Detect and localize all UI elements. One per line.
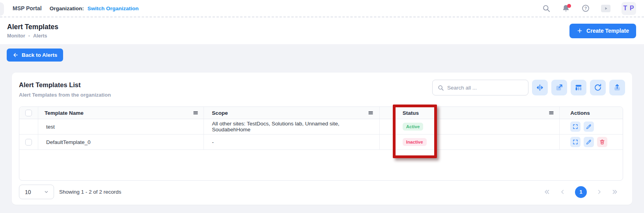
table-header-row: Template Name Scope Status Actions	[19, 107, 623, 119]
refresh-button[interactable]	[590, 80, 606, 95]
breadcrumb-parent: Monitor	[7, 33, 25, 39]
expand-row-button[interactable]	[570, 137, 581, 147]
create-template-label: Create Template	[586, 28, 629, 34]
double-chevron-left-icon	[543, 189, 550, 195]
column-label-status: Status	[403, 110, 419, 116]
table-toolbar	[432, 80, 625, 95]
breadcrumb-current: Alerts	[33, 33, 47, 39]
delete-row-button[interactable]	[597, 137, 607, 147]
cell-scope: -	[204, 135, 379, 149]
column-resize-icon	[536, 83, 544, 92]
page-header: Alert Templates Monitor - Alerts Create …	[0, 17, 644, 44]
column-label-scope: Scope	[212, 110, 228, 116]
alert-templates-table: Template Name Scope Status Actions test …	[19, 106, 623, 181]
notifications-bell-icon[interactable]	[562, 4, 570, 13]
video-tutorial-icon[interactable]	[601, 5, 610, 12]
edit-row-button[interactable]	[584, 137, 594, 147]
cell-template-name: test	[38, 119, 204, 134]
column-menu-icon[interactable]	[368, 110, 374, 116]
header-checkbox-cell	[19, 107, 38, 119]
row-checkbox-cell	[19, 135, 38, 149]
column-resize-button[interactable]	[532, 80, 548, 95]
card-header: Alert Templates List Alert Templates fro…	[19, 80, 625, 98]
search-icon[interactable]	[542, 4, 551, 13]
header-scope: Scope	[204, 107, 379, 119]
previous-page-button[interactable]	[559, 189, 566, 195]
export-button[interactable]	[609, 80, 625, 95]
card-header-text: Alert Templates List Alert Templates fro…	[19, 80, 111, 98]
table-footer: 10 Showing 1 - 2 of 2 records 1	[19, 185, 623, 199]
notification-dot	[567, 4, 571, 8]
switch-organization-link[interactable]: Switch Organization	[88, 6, 139, 11]
header-status: Status	[380, 107, 560, 119]
back-to-alerts-label: Back to Alerts	[22, 52, 57, 58]
columns-icon	[574, 83, 583, 92]
edit-row-button[interactable]	[584, 121, 594, 132]
columns-button[interactable]	[571, 80, 586, 95]
app-brand: MSP Portal	[13, 5, 42, 11]
expand-row-button[interactable]	[570, 121, 581, 132]
next-page-button[interactable]	[596, 189, 603, 195]
row-checkbox-cell	[19, 119, 38, 134]
search-box	[432, 80, 528, 95]
card-title: Alert Templates List	[19, 81, 111, 89]
cell-scope: All other sites: TestDocs, Solutions lab…	[204, 119, 379, 134]
header-template-name: Template Name	[38, 107, 204, 119]
expand-icon	[572, 123, 579, 130]
chevron-down-icon	[44, 189, 49, 194]
arrow-left-icon	[13, 52, 19, 58]
user-avatar[interactable]: T P	[622, 2, 636, 15]
page-size-value: 10	[25, 189, 31, 195]
page-header-left: Alert Templates Monitor - Alerts	[7, 23, 58, 39]
alert-templates-card: Alert Templates List Alert Templates fro…	[12, 73, 632, 205]
column-label-actions: Actions	[570, 110, 590, 116]
pencil-icon	[586, 139, 592, 145]
topbar: MSP Portal Organization: Switch Organiza…	[0, 0, 644, 17]
select-all-checkbox[interactable]	[25, 110, 32, 116]
card-subtitle: Alert Templates from the organization	[19, 92, 111, 98]
cell-template-name: DefaultTemplate_0	[38, 135, 204, 149]
expand-icon	[572, 139, 579, 145]
chevron-right-icon	[596, 189, 603, 195]
pagination: 1	[543, 186, 623, 198]
open-external-button[interactable]	[551, 80, 567, 95]
page-title: Alert Templates	[7, 23, 58, 31]
status-badge: Inactive	[403, 138, 427, 146]
chevron-left-icon	[559, 189, 566, 195]
status-badge: Active	[403, 123, 424, 131]
export-icon	[613, 83, 622, 92]
plus-icon	[577, 28, 583, 34]
table-row: test All other sites: TestDocs, Solution…	[19, 119, 623, 135]
refresh-icon	[594, 83, 602, 92]
help-icon[interactable]: ?	[581, 4, 590, 13]
open-external-icon	[555, 83, 564, 92]
column-menu-icon[interactable]	[192, 110, 199, 116]
trash-icon	[599, 139, 605, 145]
table-row: DefaultTemplate_0 - Inactive	[19, 135, 623, 150]
sidebar-edge	[0, 2, 4, 16]
column-menu-icon[interactable]	[548, 110, 554, 116]
breadcrumb-separator: -	[28, 33, 30, 39]
cell-actions	[560, 119, 623, 134]
footer-left: 10 Showing 1 - 2 of 2 records	[19, 185, 121, 199]
pencil-icon	[586, 123, 592, 130]
records-summary: Showing 1 - 2 of 2 records	[59, 189, 121, 195]
search-input[interactable]	[447, 85, 523, 91]
topbar-actions: ? T P	[542, 2, 636, 15]
cell-status: Active	[380, 119, 560, 134]
last-page-button[interactable]	[612, 189, 618, 195]
column-label-template-name: Template Name	[45, 110, 84, 116]
cell-actions	[560, 135, 623, 149]
search-icon	[437, 84, 444, 91]
create-template-button[interactable]: Create Template	[569, 24, 636, 38]
row-checkbox[interactable]	[25, 139, 32, 146]
breadcrumb: Monitor - Alerts	[7, 33, 58, 39]
current-page-button[interactable]: 1	[575, 186, 587, 198]
organization-label: Organization:	[50, 6, 84, 11]
back-to-alerts-button[interactable]: Back to Alerts	[7, 49, 63, 62]
page-size-select[interactable]: 10	[19, 185, 54, 199]
double-chevron-right-icon	[612, 189, 618, 195]
header-actions: Actions	[560, 107, 623, 119]
cell-status: Inactive	[380, 135, 560, 149]
first-page-button[interactable]	[543, 189, 550, 195]
